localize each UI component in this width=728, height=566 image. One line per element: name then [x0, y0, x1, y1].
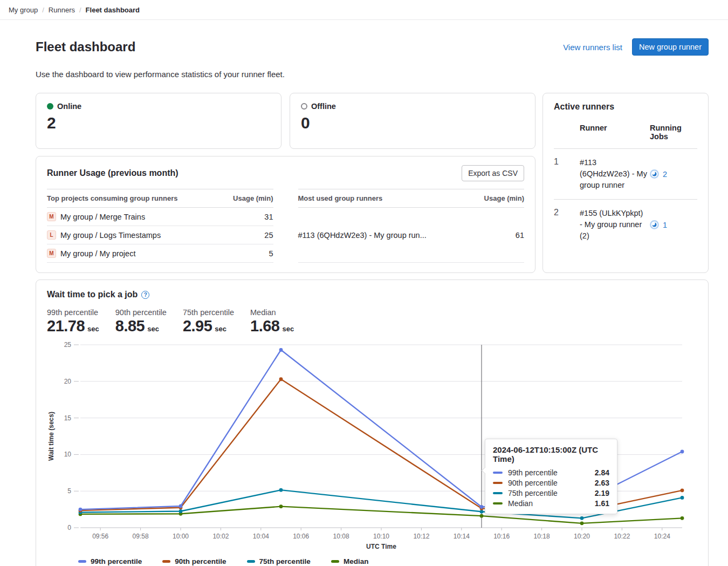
table-row: LMy group / Logs Timestamps 25: [47, 226, 273, 244]
runner-name: #113 (6QHdzW2e3) - My group run...: [298, 208, 471, 263]
status-cards-row: Online 2 Offline 0: [36, 93, 535, 149]
wait-time-card: Wait time to pick a job ? 99th percentil…: [36, 279, 709, 566]
stat-unit: sec: [282, 325, 294, 333]
runner-usage-card: Runner Usage (previous month) Export as …: [36, 156, 535, 273]
most-used-runners-usage-header: Usage (min): [470, 189, 524, 208]
wait-time-stats: 99th percentile 21.78sec 90th percentile…: [47, 308, 697, 334]
svg-text:10:10: 10:10: [373, 533, 389, 540]
table-row: #113 (6QHdzW2e3) - My group run... 61: [298, 208, 525, 263]
online-count: 2: [47, 115, 270, 131]
runner-description: #113 (6QHdzW2e3) - My group runner: [580, 157, 648, 191]
running-jobs-count[interactable]: 2: [663, 170, 667, 179]
breadcrumb-separator: /: [42, 6, 44, 14]
runner-column-header: Runner: [580, 124, 648, 141]
tooltip-row: Median 1.61: [493, 498, 609, 508]
active-runners-title: Active runners: [554, 102, 697, 112]
breadcrumb-item-runners[interactable]: Runners: [49, 6, 75, 14]
series-swatch-99th: [493, 472, 503, 474]
svg-text:10:02: 10:02: [212, 533, 229, 540]
tooltip-row: 99th percentile 2.84: [493, 467, 609, 478]
active-runners-header: Runner Running Jobs: [554, 112, 697, 149]
runner-rank: 2: [554, 208, 578, 242]
breadcrumb-item-fleet-dashboard: Fleet dashboard: [86, 6, 140, 14]
page-header: Fleet dashboard View runners list New gr…: [36, 38, 709, 56]
export-csv-button[interactable]: Export as CSV: [462, 165, 524, 181]
top-projects-table: Top projects consuming group runners Usa…: [47, 189, 273, 263]
offline-runners-card: Offline 0: [290, 93, 535, 149]
project-avatar: M: [47, 249, 56, 258]
most-used-runners-table: Most used group runners Usage (min) #113…: [298, 189, 525, 263]
runner-usage-value: 61: [470, 208, 524, 263]
svg-text:10:06: 10:06: [293, 533, 309, 540]
stat-99th-percentile: 99th percentile 21.78sec: [47, 308, 99, 334]
legend-item-median[interactable]: Median: [331, 557, 369, 565]
runner-description: #155 (ULkKYpkpt) - My group runner (2): [580, 208, 648, 242]
active-runner-row: 2 #155 (ULkKYpkpt) - My group runner (2)…: [554, 199, 697, 250]
running-status-icon: [650, 220, 659, 229]
stat-value: 21.78: [47, 318, 85, 334]
legend-item-99th-percentile[interactable]: 99th percentile: [78, 557, 142, 565]
stat-value: 1.68: [250, 318, 279, 334]
offline-status-icon: [301, 103, 307, 110]
legend-swatch: [78, 560, 86, 563]
svg-text:09:56: 09:56: [92, 533, 108, 540]
tooltip-row: 90th percentile 2.63: [493, 478, 609, 488]
top-projects-usage-header: Usage (min): [220, 189, 273, 208]
offline-count: 0: [301, 115, 524, 131]
wait-time-title: Wait time to pick a job: [47, 290, 138, 299]
svg-text:10:04: 10:04: [253, 533, 269, 540]
breadcrumb: My group / Runners / Fleet dashboard: [0, 0, 728, 20]
svg-text:10:14: 10:14: [454, 533, 470, 540]
legend-item-75th-percentile[interactable]: 75th percentile: [247, 557, 311, 565]
svg-text:0: 0: [67, 524, 71, 531]
svg-text:10:20: 10:20: [574, 533, 590, 540]
chart-legend: 99th percentile 90th percentile 75th per…: [78, 557, 697, 565]
legend-item-90th-percentile[interactable]: 90th percentile: [162, 557, 226, 565]
stat-unit: sec: [147, 325, 159, 333]
table-row: MMy group / My project 5: [47, 244, 273, 263]
stat-median: Median 1.68sec: [250, 308, 294, 334]
top-projects-column-header: Top projects consuming group runners: [47, 189, 220, 208]
svg-text:10:16: 10:16: [493, 533, 510, 540]
new-group-runner-button[interactable]: New group runner: [632, 38, 709, 56]
legend-swatch: [331, 560, 339, 563]
page-title: Fleet dashboard: [36, 39, 135, 54]
svg-text:Wait time (secs): Wait time (secs): [47, 412, 55, 461]
help-icon[interactable]: ?: [141, 291, 149, 299]
svg-text:25: 25: [64, 341, 72, 349]
project-avatar: M: [47, 212, 56, 221]
offline-label: Offline: [311, 102, 336, 111]
legend-swatch: [247, 560, 255, 563]
runner-rank: 1: [554, 157, 578, 191]
project-usage-value: 5: [220, 244, 273, 263]
dashboard-left-column: Online 2 Offline 0 Runner Usage (previou…: [36, 93, 535, 273]
project-avatar: L: [47, 230, 56, 240]
running-jobs-count[interactable]: 1: [663, 221, 667, 229]
header-actions: View runners list New group runner: [563, 38, 709, 56]
series-swatch-75th: [493, 492, 503, 494]
svg-text:10:18: 10:18: [534, 533, 550, 540]
stat-unit: sec: [215, 325, 226, 333]
runner-usage-title: Runner Usage (previous month): [47, 168, 178, 178]
stat-unit: sec: [87, 325, 99, 333]
online-runners-card: Online 2: [36, 93, 281, 149]
svg-text:10: 10: [64, 451, 72, 458]
series-swatch-90th: [493, 482, 503, 484]
wait-time-chart: 051015202509:5609:5810:0010:0210:0410:06…: [47, 340, 697, 555]
online-status-icon: [47, 103, 53, 110]
active-runners-card: Active runners Runner Running Jobs 1 #11…: [542, 93, 709, 273]
svg-text:10:12: 10:12: [413, 533, 429, 540]
project-name: My group / Merge Trains: [60, 213, 145, 221]
breadcrumb-separator: /: [79, 6, 81, 14]
svg-text:10:24: 10:24: [654, 533, 670, 540]
svg-text:10:08: 10:08: [333, 533, 349, 540]
project-usage-value: 25: [220, 226, 273, 244]
stat-90th-percentile: 90th percentile 8.85sec: [115, 308, 167, 334]
svg-text:UTC Time: UTC Time: [366, 543, 396, 550]
breadcrumb-item-my-group[interactable]: My group: [9, 6, 38, 14]
most-used-runners-column-header: Most used group runners: [298, 189, 471, 208]
running-jobs-column-header: Running Jobs: [650, 124, 697, 141]
series-swatch-median: [493, 502, 503, 504]
svg-text:09:58: 09:58: [133, 533, 149, 540]
view-runners-list-link[interactable]: View runners list: [563, 43, 622, 52]
